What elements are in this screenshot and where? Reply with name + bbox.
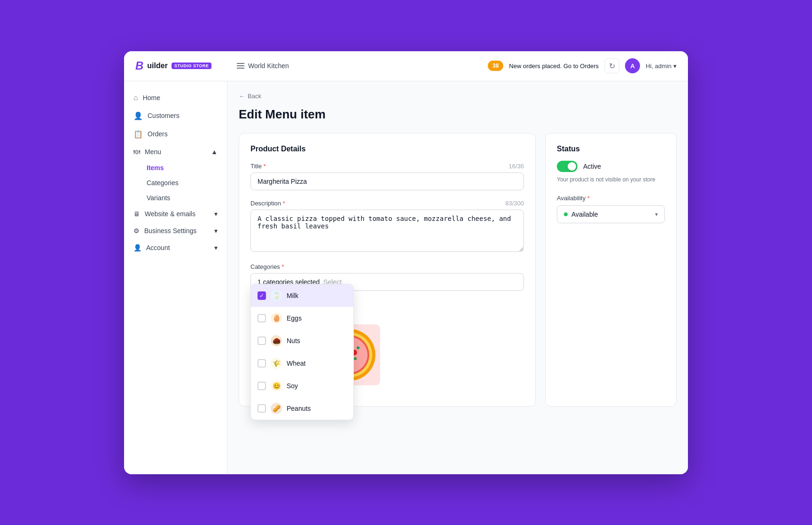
description-form-group: Description * 83/300 A classic pizza top…	[250, 200, 524, 254]
sidebar-item-home-label: Home	[143, 94, 160, 102]
store-name: World Kitchen	[248, 62, 289, 70]
sidebar-item-website-emails[interactable]: 🖥 Website & emails ▾	[124, 205, 227, 222]
categories-label: Categories	[147, 179, 179, 187]
description-char-count: 83/300	[505, 200, 524, 207]
notification-count[interactable]: 38	[488, 61, 503, 71]
user-avatar: A	[625, 58, 640, 73]
allergens-dropdown: ✓ 🥛 Milk 🥚 Eggs	[250, 284, 354, 420]
dropdown-item-nuts[interactable]: 🌰 Nuts	[251, 329, 353, 352]
logo-badge: STUDIO STORE	[172, 63, 211, 69]
sidebar-item-orders[interactable]: 📋 Orders	[124, 125, 227, 143]
nuts-checkbox[interactable]	[258, 337, 266, 345]
store-name-area[interactable]: World Kitchen	[237, 62, 480, 70]
eggs-label: Eggs	[287, 314, 302, 322]
menu-chevron-icon: ▲	[211, 148, 218, 156]
variants-label: Variants	[147, 194, 170, 202]
title-label-row: Title * 16/36	[250, 163, 524, 170]
sidebar-item-menu[interactable]: 🍽 Menu ▲	[124, 143, 227, 160]
business-chevron-icon: ▾	[214, 227, 218, 235]
description-label: Description *	[250, 200, 285, 207]
back-link[interactable]: ← Back	[239, 93, 677, 100]
content-grid: Product Details Title * 16/36	[239, 133, 677, 407]
menu-icon: 🍽	[133, 148, 140, 156]
soy-checkbox[interactable]	[258, 382, 266, 390]
logo-text: uilder	[147, 62, 168, 70]
description-required: *	[283, 200, 285, 207]
main-content: ← Back Edit Menu item Product Details Ti…	[227, 81, 688, 474]
account-expand-left: 👤 Account	[133, 244, 170, 251]
sidebar-item-customers-label: Customers	[148, 112, 180, 119]
notification-text[interactable]: New orders placed. Go to Orders	[509, 63, 599, 70]
back-label: Back	[248, 93, 261, 100]
sidebar-item-orders-label: Orders	[148, 130, 168, 138]
nuts-icon: 🌰	[271, 335, 282, 346]
product-details-title: Product Details	[250, 145, 524, 153]
active-label: Active	[583, 163, 601, 170]
title-char-count: 16/36	[508, 163, 524, 170]
availability-value: Available	[571, 211, 598, 218]
dropdown-item-eggs[interactable]: 🥚 Eggs	[251, 307, 353, 329]
sidebar-item-home[interactable]: ⌂ Home	[124, 89, 227, 107]
eggs-checkbox[interactable]	[258, 314, 266, 322]
sidebar-sub-item-variants[interactable]: Variants	[124, 190, 227, 205]
svg-point-8	[354, 357, 357, 360]
status-hint: Your product is not visible on your stor…	[557, 176, 665, 184]
dropdown-item-peanuts[interactable]: 🥜 Peanuts	[251, 397, 353, 420]
available-dot	[564, 212, 568, 216]
orders-icon: 📋	[133, 130, 143, 139]
wheat-checkbox[interactable]	[258, 359, 266, 368]
back-arrow-icon: ←	[239, 93, 245, 100]
peanuts-label: Peanuts	[287, 405, 311, 412]
peanuts-checkbox[interactable]	[258, 404, 266, 413]
website-chevron-icon: ▾	[214, 210, 218, 218]
title-form-group: Title * 16/36	[250, 163, 524, 190]
description-textarea[interactable]: A classic pizza topped with tomato sauce…	[250, 210, 524, 252]
dropdown-item-soy[interactable]: 😊 Soy	[251, 375, 353, 397]
status-toggle-row: Active	[557, 161, 665, 172]
sidebar-item-account[interactable]: 👤 Account ▾	[124, 239, 227, 256]
sidebar: ⌂ Home 👤 Customers 📋 Orders 🍽 Menu ▲ Ite…	[124, 81, 227, 474]
settings-icon: ⚙	[133, 227, 140, 235]
sidebar-item-customers[interactable]: 👤 Customers	[124, 107, 227, 125]
sidebar-item-menu-label: Menu	[145, 148, 161, 156]
soy-label: Soy	[287, 382, 298, 390]
sidebar-item-account-label: Account	[146, 244, 170, 251]
sidebar-sub-item-items[interactable]: Items	[124, 160, 227, 175]
categories-label-row: Categories *	[250, 263, 524, 270]
peanuts-icon: 🥜	[271, 403, 282, 414]
sidebar-item-business-label: Business Settings	[144, 227, 196, 235]
refresh-button[interactable]: ↻	[604, 58, 619, 73]
milk-checkbox[interactable]: ✓	[258, 291, 266, 300]
availability-select[interactable]: Available ▾	[557, 205, 665, 223]
sidebar-item-business-settings[interactable]: ⚙ Business Settings ▾	[124, 222, 227, 239]
availability-required: *	[587, 195, 590, 202]
business-expand-left: ⚙ Business Settings	[133, 227, 196, 235]
home-icon: ⌂	[133, 94, 138, 102]
user-label[interactable]: Hi, admin ▾	[646, 63, 677, 70]
active-toggle[interactable]	[557, 161, 578, 172]
eggs-icon: 🥚	[271, 313, 282, 324]
website-icon: 🖥	[133, 210, 140, 218]
nuts-label: Nuts	[287, 337, 300, 345]
availability-select-left: Available	[564, 211, 598, 218]
page-title: Edit Menu item	[239, 107, 677, 122]
title-label: Title *	[250, 163, 266, 170]
wheat-icon: 🌾	[271, 358, 282, 369]
title-input[interactable]	[250, 172, 524, 190]
items-label: Items	[147, 164, 164, 172]
user-name-text: Hi, admin	[646, 63, 671, 70]
dropdown-item-milk[interactable]: ✓ 🥛 Milk	[251, 284, 353, 307]
soy-icon: 😊	[271, 380, 282, 392]
logo: B uilder STUDIO STORE	[135, 59, 229, 72]
customers-icon: 👤	[133, 111, 143, 120]
svg-point-11	[357, 346, 359, 349]
sidebar-sub-item-categories[interactable]: Categories	[124, 175, 227, 190]
description-label-row: Description * 83/300	[250, 200, 524, 207]
categories-form-group: Categories * 1 categories selected Selec…	[250, 263, 524, 304]
categories-label: Categories *	[250, 263, 284, 270]
milk-label: Milk	[287, 292, 298, 299]
dropdown-item-wheat[interactable]: 🌾 Wheat	[251, 352, 353, 375]
title-required: *	[264, 163, 266, 170]
wheat-label: Wheat	[287, 360, 305, 367]
account-icon: 👤	[133, 244, 141, 251]
